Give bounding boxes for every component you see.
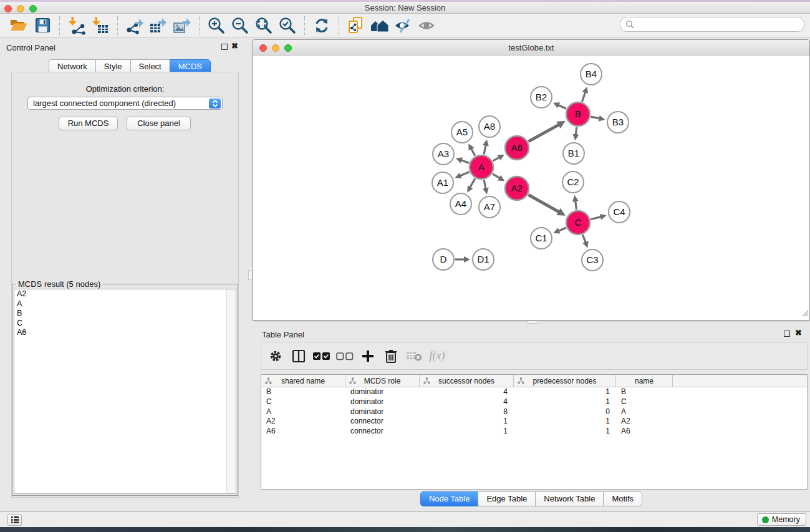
close-panel-button[interactable]: Close panel [127,117,191,130]
tab-edge-table[interactable]: Edge Table [478,491,536,506]
cell-predecessor-nodes[interactable]: 1 [514,387,616,397]
column-header-mcds-role[interactable]: MCDS role [345,375,420,387]
cell-shared-name[interactable]: A6 [261,427,345,437]
cell-successor-nodes[interactable]: 4 [420,397,514,407]
result-item-b[interactable]: B [14,309,236,319]
edge-A-A5[interactable] [471,148,475,156]
zoom-selected-icon[interactable] [276,16,299,36]
edge-B-B3[interactable] [591,117,600,118]
cell-predecessor-nodes[interactable]: 0 [514,407,616,417]
zoom-in-icon[interactable] [205,16,228,36]
edge-A-A2[interactable] [493,174,500,178]
export-network-icon[interactable] [123,16,147,36]
resize-grip-icon[interactable] [801,308,809,319]
cell-shared-name[interactable]: B [261,387,345,397]
column-header-successor-nodes[interactable]: successor nodes [420,375,514,387]
cell-successor-nodes[interactable]: 4 [420,387,514,397]
table-settings-icon[interactable] [266,346,285,366]
tab-network-table[interactable]: Network Table [535,491,604,506]
show-columns-icon[interactable] [289,346,308,366]
task-history-button[interactable] [7,514,22,526]
cell-predecessor-nodes[interactable]: 1 [514,427,616,437]
result-item-a[interactable]: A [14,299,236,309]
result-item-a2[interactable]: A2 [14,289,236,299]
column-header-predecessor-nodes[interactable]: predecessor nodes [514,375,616,387]
edge-C-C3[interactable] [583,235,586,243]
cell-name[interactable]: B [616,387,673,397]
cell-mcds-role[interactable]: dominator [345,407,420,417]
mcds-result-list[interactable]: A2ABCA6 [14,289,236,494]
cell-name[interactable]: A2 [616,417,673,427]
cell-mcds-role[interactable]: dominator [345,397,420,407]
table-row-a2[interactable]: A2connector11A2 [261,417,807,427]
edge-A6-B[interactable] [528,125,559,142]
zoom-out-icon[interactable] [228,16,252,36]
edge-B-B4[interactable] [582,92,586,102]
result-item-a6[interactable]: A6 [14,328,236,338]
edge-C-C4[interactable] [591,216,601,219]
cell-successor-nodes[interactable]: 1 [420,417,514,427]
tab-node-table[interactable]: Node Table [420,491,479,506]
cell-name[interactable]: C [616,397,673,407]
edge-A-A8[interactable] [484,145,486,154]
cell-name[interactable]: A [616,407,673,417]
cell-predecessor-nodes[interactable]: 1 [514,417,616,427]
edge-A-A3[interactable] [461,160,469,163]
edge-A-A7[interactable] [484,180,486,190]
first-neighbors-icon[interactable] [368,16,392,36]
table-row-a6[interactable]: A6connector11A6 [261,427,807,437]
memory-button[interactable]: Memory [757,513,806,526]
cell-shared-name[interactable]: A [261,407,345,417]
tab-motifs[interactable]: Motifs [603,491,642,506]
edge-A2-C[interactable] [528,195,559,212]
cell-mcds-role[interactable]: connector [345,427,420,437]
edge-A-A1[interactable] [460,172,469,176]
cell-predecessor-nodes[interactable]: 1 [514,397,616,407]
cell-mcds-role[interactable]: connector [345,417,420,427]
table-row-c[interactable]: Cdominator41C [261,397,807,407]
cell-mcds-role[interactable]: dominator [345,387,420,397]
column-header-name[interactable]: name [616,375,673,387]
cell-shared-name[interactable]: A2 [261,417,345,427]
result-item-c[interactable]: C [14,319,236,329]
save-session-icon[interactable] [31,16,54,36]
split-divider-handle[interactable] [528,321,538,324]
deselect-all-icon[interactable] [335,346,354,366]
import-table-icon[interactable] [89,16,112,36]
edge-A-A6[interactable] [493,157,499,161]
preview-eye-icon[interactable] [415,16,439,36]
criterion-select[interactable]: largest connected component (directed) [27,97,223,110]
edge-B-B2[interactable] [558,105,566,109]
select-all-icon[interactable] [312,346,331,366]
column-header-shared-name[interactable]: shared name [261,375,345,387]
network-window-titlebar[interactable]: testGlobe.txt [253,40,809,56]
table-row-a[interactable]: Adominator80A [261,407,807,417]
split-divider-handle[interactable] [248,270,253,280]
cell-shared-name[interactable]: C [261,397,345,407]
edge-C-C2[interactable] [576,200,577,210]
result-scrollbar[interactable] [226,289,236,493]
cell-successor-nodes[interactable]: 8 [420,407,514,417]
edge-A-A4[interactable] [470,178,475,188]
show-hide-graphics-icon[interactable] [392,16,415,36]
float-panel-icon[interactable] [221,44,228,50]
clone-network-icon[interactable] [344,16,368,36]
delete-table-icon[interactable] [405,346,423,366]
run-mcds-button[interactable]: Run MCDS [59,117,118,130]
import-network-icon[interactable] [65,16,89,36]
close-table-panel-icon[interactable]: ✖ [795,328,802,337]
zoom-fit-icon[interactable] [252,16,276,36]
open-session-icon[interactable] [7,16,31,36]
close-panel-icon[interactable]: ✖ [231,41,238,51]
cell-name[interactable]: A6 [616,427,673,437]
edge-B-B1[interactable] [576,127,576,135]
function-builder-icon[interactable]: f(x) [428,346,446,366]
refresh-view-icon[interactable] [310,16,334,36]
table-row-b[interactable]: Bdominator41B [261,387,807,397]
delete-column-icon[interactable] [382,346,400,366]
add-column-icon[interactable] [359,346,377,366]
export-image-icon[interactable] [170,16,194,36]
search-input[interactable] [620,17,804,32]
float-table-panel-icon[interactable] [784,331,790,337]
cell-successor-nodes[interactable]: 1 [420,427,514,437]
